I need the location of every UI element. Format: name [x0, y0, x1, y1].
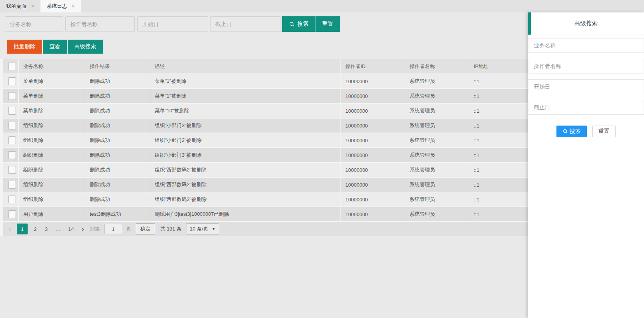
- cell-desc: 组织"小部门2"被删除: [150, 133, 340, 148]
- search-icon: [563, 129, 568, 134]
- cell-op-name: 系统管理员: [405, 162, 469, 177]
- row-checkbox[interactable]: [8, 166, 16, 174]
- close-icon[interactable]: ×: [31, 3, 34, 9]
- panel-header: 高级搜索: [528, 12, 644, 35]
- panel-title: 高级搜索: [574, 20, 598, 27]
- cell-op-name: 系统管理员: [405, 133, 469, 148]
- cell-business: 组织删除: [18, 148, 85, 162]
- page-list: 123...14: [17, 224, 76, 234]
- page-button[interactable]: 3: [43, 226, 49, 232]
- cell-op-id: 10000000: [340, 177, 405, 192]
- goto-label: 到第: [90, 225, 100, 232]
- cell-op-name: 系统管理员: [405, 118, 469, 133]
- select-all-checkbox[interactable]: [8, 63, 16, 70]
- panel-reset-button[interactable]: 重置: [592, 126, 616, 137]
- row-checkbox[interactable]: [8, 196, 16, 203]
- reset-button-label: 重置: [322, 21, 333, 28]
- view-button[interactable]: 查看: [43, 40, 67, 54]
- cell-op-id: 10000000: [340, 103, 405, 118]
- column-header-operator-id: 操作者ID: [340, 59, 405, 74]
- cell-result: 删除成功: [85, 118, 150, 133]
- row-checkbox[interactable]: [8, 77, 16, 85]
- cell-result: 删除成功: [85, 177, 150, 192]
- cell-result: 删除成功: [85, 89, 150, 103]
- cell-desc: 组织"西部数码2"被删除: [150, 177, 340, 192]
- cell-desc: 测试用户3|test3|10000007已删除: [150, 207, 340, 222]
- panel-button-row: 搜索 重置: [528, 126, 644, 137]
- cell-op-name: 系统管理员: [405, 177, 469, 192]
- cell-business: 用户删除: [18, 207, 85, 222]
- panel-accent-bar: [528, 12, 531, 35]
- search-icon: [289, 21, 295, 27]
- cell-business: 组织删除: [18, 118, 85, 133]
- operator-name-input[interactable]: [65, 16, 135, 32]
- batch-delete-button[interactable]: 批量删除: [7, 40, 42, 54]
- tab-system-log[interactable]: 系统日志 ×: [40, 0, 81, 12]
- cell-desc: 组织"小部门3"被删除: [150, 118, 340, 133]
- row-checkbox[interactable]: [8, 210, 16, 218]
- cell-op-name: 系统管理员: [405, 103, 469, 118]
- page-size-value: 10 条/页: [190, 225, 209, 232]
- row-checkbox[interactable]: [8, 151, 16, 159]
- page-size-select[interactable]: 10 条/页 ▼: [186, 224, 219, 234]
- cell-business: 组织删除: [18, 177, 85, 192]
- cell-op-id: 10000000: [340, 118, 405, 133]
- page-ellipsis: ...: [54, 226, 62, 232]
- row-checkbox[interactable]: [8, 136, 16, 144]
- reset-button[interactable]: 重置: [316, 16, 340, 32]
- row-checkbox[interactable]: [8, 122, 16, 129]
- total-count-label: 共 131 条: [160, 225, 182, 232]
- cell-op-id: 10000000: [340, 162, 405, 177]
- cell-op-id: 10000000: [340, 74, 405, 89]
- column-header-result: 操作结果: [85, 59, 150, 74]
- confirm-button[interactable]: 确定: [136, 224, 155, 234]
- cell-result: 删除成功: [85, 162, 150, 177]
- cell-op-id: 10000000: [340, 192, 405, 207]
- cell-business: 组织删除: [18, 133, 85, 148]
- search-button[interactable]: 搜索: [282, 16, 316, 32]
- column-header-operator-name: 操作者名称: [405, 59, 469, 74]
- business-name-input[interactable]: [5, 16, 63, 32]
- panel-business-name-input[interactable]: [528, 38, 644, 53]
- cell-op-name: 系统管理员: [405, 148, 469, 162]
- panel-start-date-input[interactable]: [528, 79, 644, 94]
- start-date-input[interactable]: [137, 16, 208, 32]
- cell-op-name: 系统管理员: [405, 207, 469, 222]
- cell-result: 删除成功: [85, 192, 150, 207]
- row-checkbox[interactable]: [8, 181, 16, 189]
- row-checkbox[interactable]: [8, 107, 16, 115]
- end-date-input[interactable]: [210, 16, 281, 32]
- cell-op-name: 系统管理员: [405, 89, 469, 103]
- prev-page-icon[interactable]: ‹: [7, 225, 12, 232]
- cell-op-id: 10000000: [340, 148, 405, 162]
- main-content: 搜索 重置 批量删除 查看 高级搜索 业务名称 操作结果 描述 操作者I: [0, 12, 644, 318]
- page-button[interactable]: 14: [66, 226, 75, 232]
- tab-bar: 我的桌面 × 系统日志 ×: [0, 0, 644, 12]
- tab-my-desktop[interactable]: 我的桌面 ×: [0, 0, 40, 12]
- cell-result: 删除成功: [85, 74, 150, 89]
- cell-desc: 菜单"10"被删除: [150, 103, 340, 118]
- row-checkbox[interactable]: [8, 92, 16, 100]
- cell-desc: 组织"西部数码2"被删除: [150, 162, 340, 177]
- cell-op-name: 系统管理员: [405, 192, 469, 207]
- close-icon[interactable]: ×: [72, 3, 75, 9]
- column-header-business: 业务名称: [18, 59, 85, 74]
- panel-end-date-input[interactable]: [528, 100, 644, 115]
- goto-page-input[interactable]: [104, 224, 122, 234]
- cell-result: 删除成功: [85, 103, 150, 118]
- tab-label: 我的桌面: [6, 3, 26, 10]
- page-unit-label: 页: [126, 225, 132, 232]
- panel-operator-name-input[interactable]: [528, 59, 644, 73]
- cell-op-name: 系统管理员: [405, 74, 469, 89]
- page-button[interactable]: 2: [32, 226, 39, 232]
- advanced-search-button[interactable]: 高级搜索: [68, 40, 103, 54]
- tab-label: 系统日志: [47, 3, 67, 10]
- cell-result: 删除成功: [85, 148, 150, 162]
- cell-business: 菜单删除: [18, 74, 85, 89]
- column-header-desc: 描述: [150, 59, 340, 74]
- next-page-icon[interactable]: ›: [80, 225, 86, 232]
- panel-search-button[interactable]: 搜索: [556, 126, 587, 137]
- page-button[interactable]: 1: [17, 224, 28, 234]
- cell-desc: 组织"西部数码2"被删除: [150, 192, 340, 207]
- panel-search-label: 搜索: [570, 128, 581, 135]
